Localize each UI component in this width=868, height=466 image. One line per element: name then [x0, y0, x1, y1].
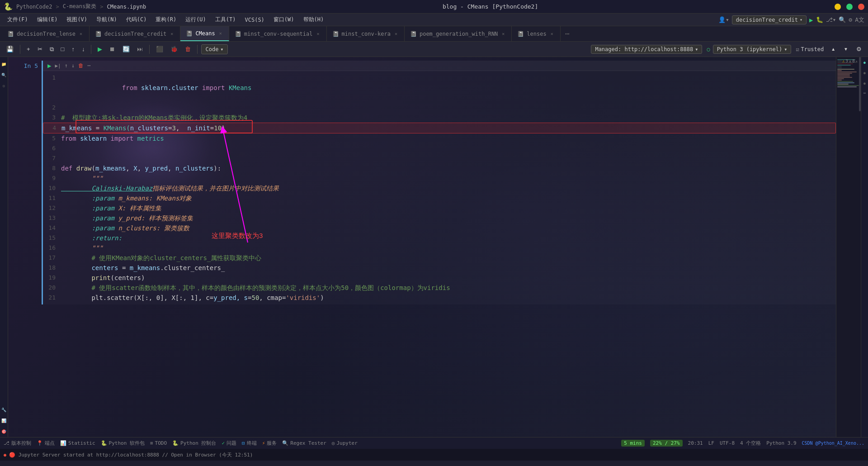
- git-button[interactable]: ⎇▾: [826, 16, 836, 23]
- activity-icon-3[interactable]: ⚙: [1, 82, 6, 90]
- profile-icon[interactable]: 👤▾: [718, 16, 729, 23]
- run-step-btn[interactable]: ▶|: [55, 63, 61, 69]
- code-line-12[interactable]: 12 :param X: 样本属性集: [43, 203, 836, 213]
- breadcrumb-filename[interactable]: CMeans.ipynb: [107, 4, 146, 10]
- menu-refactor[interactable]: 重构(R): [152, 15, 180, 24]
- run-button[interactable]: ▶: [809, 16, 813, 24]
- activity-icon-5[interactable]: 📊: [0, 417, 8, 424]
- code-line-3[interactable]: 3 # 模型建立:将sk-learn的KMeans类实例化，设定聚类簇数为4: [43, 113, 836, 123]
- breadcrumb-cmeans-folder[interactable]: C-means聚类: [63, 3, 97, 10]
- status-regex-tester[interactable]: 🔍 Regex Tester: [282, 440, 326, 446]
- managed-url-button[interactable]: Managed: http://localhost:8888 ▾: [591, 45, 702, 54]
- code-line-13[interactable]: 13 :param y_pred: 样本预测标签集: [43, 213, 836, 223]
- close-button[interactable]: [858, 4, 864, 10]
- code-line-17[interactable]: 17 # 使用KMean对象的cluster_centers_属性获取聚类中心: [43, 253, 836, 263]
- move-down-cell-btn[interactable]: ↓: [71, 62, 75, 69]
- more-options-button[interactable]: ⚙: [854, 44, 864, 54]
- search-icon[interactable]: 🔍: [839, 16, 846, 23]
- editor-area[interactable]: In 5 ▶ ▶| ↑ ↓ 🗑 ⋯: [8, 57, 836, 437]
- more-cell-options-btn[interactable]: ⋯: [87, 62, 90, 69]
- trusted-badge[interactable]: ☑ Trusted: [796, 46, 824, 52]
- tab-decisiontree-credit[interactable]: 📓 decisionTree_credit ✕: [90, 26, 180, 41]
- code-line-18[interactable]: 18 centers = m_kmeans.cluster_centers_: [43, 263, 836, 273]
- code-line-8[interactable]: 8 def draw(m_kmeans, X, y_pred, n_cluste…: [43, 163, 836, 173]
- activity-icon-1[interactable]: 📁: [0, 61, 8, 68]
- status-version-control[interactable]: ⎇ 版本控制: [4, 440, 31, 447]
- tab-cmeans[interactable]: 📓 CMeans ✕: [180, 26, 229, 41]
- tab-close-decisiontree-lense[interactable]: ✕: [78, 31, 84, 37]
- interrupt-button[interactable]: ⏹: [107, 44, 118, 54]
- menu-tools[interactable]: 工具(T): [212, 15, 240, 24]
- breadcrumb-pythoncode2[interactable]: PythonCode2: [16, 4, 52, 10]
- python-version[interactable]: Python 3.9: [766, 440, 796, 446]
- status-todo[interactable]: ≡ TODO: [150, 440, 167, 446]
- run-cell-btn[interactable]: ▶: [47, 62, 51, 69]
- menu-vcs[interactable]: VCS(S): [241, 16, 268, 24]
- code-line-21[interactable]: 21 plt.scatter(X[:, 0], X[:, 1], c=y_pre…: [43, 293, 836, 303]
- stop-button[interactable]: ⬛: [153, 44, 166, 54]
- delete-cell-btn[interactable]: 🗑: [78, 62, 84, 69]
- expand-down-button[interactable]: ▼: [841, 45, 851, 53]
- activity-icon-2[interactable]: 🔍: [0, 71, 8, 79]
- debug-cell-button[interactable]: 🐞: [168, 44, 180, 54]
- code-line-11[interactable]: 11 :param m_kmeans: KMeans对象: [43, 193, 836, 203]
- python-kernel-button[interactable]: Python 3 (ipykernel) ▾: [713, 45, 792, 54]
- activity-icon-4[interactable]: 🔧: [0, 406, 8, 414]
- menu-help[interactable]: 帮助(H): [300, 15, 328, 24]
- code-line-19[interactable]: 19 print(centers): [43, 273, 836, 283]
- status-endpoints[interactable]: 📍 端点: [37, 440, 55, 447]
- menu-code[interactable]: 代码(C): [123, 15, 151, 24]
- charset[interactable]: UTF-8: [720, 440, 735, 446]
- code-line-4[interactable]: 4 m_kmeans = KMeans(n_clusters=3, n_init…: [43, 123, 836, 133]
- status-jupyter[interactable]: ◎ Jupyter: [332, 440, 358, 446]
- menu-window[interactable]: 窗口(W): [270, 15, 298, 24]
- menu-edit[interactable]: 编辑(E): [33, 15, 61, 24]
- tab-close-minst-conv-kera[interactable]: ✕: [393, 31, 399, 37]
- menu-run[interactable]: 运行(U): [182, 15, 210, 24]
- code-line-9[interactable]: 9 """: [43, 173, 836, 183]
- copy-cell-button[interactable]: ⧉: [47, 44, 57, 54]
- cell-type-dropdown[interactable]: Code ▾: [201, 44, 227, 54]
- status-python-packages[interactable]: 🐍 Python 软件包: [101, 440, 145, 447]
- maximize-button[interactable]: [846, 4, 853, 10]
- sidebar-icon-1[interactable]: ●: [862, 59, 868, 67]
- tab-close-poem-generation[interactable]: ✕: [500, 31, 506, 37]
- save-button[interactable]: 💾: [4, 44, 16, 54]
- tab-close-lenses[interactable]: ✕: [549, 31, 555, 37]
- decisiontree-credit-dropdown[interactable]: decisionTree_credit ▾: [732, 15, 807, 24]
- tab-poem-generation[interactable]: 📓 poem_generation_with_RNN ✕: [405, 26, 512, 41]
- restart-button[interactable]: 🔄: [120, 44, 132, 54]
- sidebar-icon-2[interactable]: ●: [862, 69, 868, 77]
- status-problems[interactable]: ✓ 问题: [222, 440, 236, 447]
- code-line-20[interactable]: 20 # 使用scatter函数绘制样本，其中，样本的颜色由样本的预测类别决定，…: [43, 283, 836, 293]
- move-up-cell-btn[interactable]: ↑: [65, 62, 68, 69]
- paste-cell-button[interactable]: □: [58, 44, 67, 54]
- activity-icon-6[interactable]: 🎯: [0, 428, 8, 435]
- move-down-button[interactable]: ↓: [79, 44, 88, 54]
- indent-size[interactable]: 4 个空格: [740, 440, 761, 447]
- tab-close-cmeans[interactable]: ✕: [218, 30, 223, 36]
- menu-file[interactable]: 文件(F): [4, 15, 32, 24]
- status-python-console[interactable]: 🐍 Python 控制台: [172, 440, 216, 447]
- tab-minst-conv-sequential[interactable]: 📓 minst_conv-sequential ✕: [229, 26, 327, 41]
- clear-button[interactable]: 🗑: [182, 44, 193, 54]
- translate-icon[interactable]: A文: [855, 16, 864, 24]
- line-ending[interactable]: LF: [708, 440, 714, 446]
- settings-icon[interactable]: ⚙: [849, 16, 852, 23]
- tab-minst-conv-kera[interactable]: 📓 minst_conv-kera ✕: [327, 26, 405, 41]
- tab-lenses[interactable]: 📓 lenses ✕: [512, 26, 560, 41]
- minimize-button[interactable]: [835, 4, 841, 10]
- sidebar-icon-3[interactable]: ●: [862, 80, 868, 87]
- add-cell-button[interactable]: +: [24, 44, 33, 54]
- code-line-5[interactable]: 5 from sklearn import metrics: [43, 133, 836, 143]
- status-services[interactable]: ⚡ 服务: [262, 440, 277, 447]
- code-line-6[interactable]: 6: [43, 143, 836, 153]
- run-cell-button[interactable]: ▶: [95, 44, 105, 54]
- code-line-7[interactable]: 7: [43, 153, 836, 163]
- sidebar-icon-4[interactable]: ⇕: [861, 90, 868, 96]
- code-line-10[interactable]: 10 Calinski-Harabaz指标评估测试结果，并在图片中对比测试结果: [43, 183, 836, 193]
- tab-decisiontree-lense[interactable]: 📓 decisionTree_lense ✕: [2, 26, 90, 41]
- move-up-button[interactable]: ↑: [69, 44, 77, 54]
- code-line-15[interactable]: 15 :return:: [43, 233, 836, 243]
- expand-up-button[interactable]: ▲: [828, 45, 838, 53]
